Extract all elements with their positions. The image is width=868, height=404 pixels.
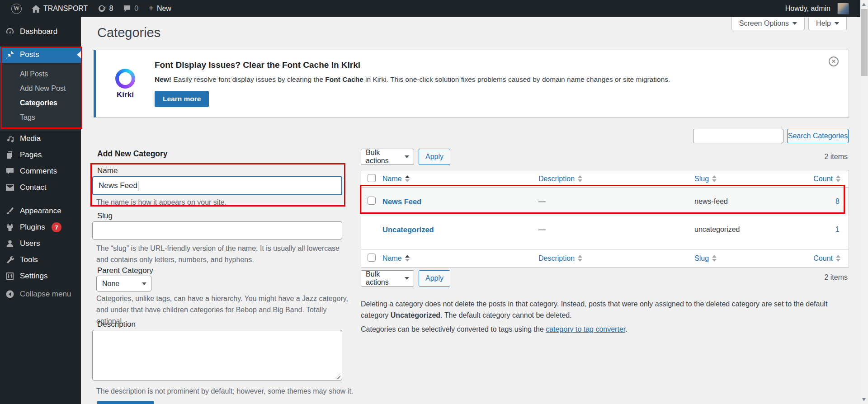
account-menu[interactable]: Howdy, admin bbox=[780, 0, 854, 17]
column-header-slug[interactable]: Slug bbox=[694, 175, 813, 183]
site-name-link[interactable]: TRANSPORT bbox=[27, 0, 93, 17]
bulk-actions-select[interactable]: Bulk actions bbox=[361, 270, 414, 287]
sidebar-item-comments[interactable]: Comments bbox=[0, 163, 81, 179]
apply-button[interactable]: Apply bbox=[419, 149, 450, 165]
kirki-logo-text: Kirki bbox=[117, 90, 134, 99]
name-label: Name bbox=[97, 166, 118, 175]
bulk-actions-value: Bulk actions bbox=[366, 149, 405, 165]
plugins-icon bbox=[5, 223, 14, 232]
search-input[interactable] bbox=[693, 129, 783, 143]
slug-help: The “slug” is the URL-friendly version o… bbox=[96, 243, 350, 265]
sidebar-collapse-menu[interactable]: Collapse menu bbox=[0, 286, 81, 302]
column-label: Name bbox=[382, 254, 402, 263]
description-label: Description bbox=[97, 320, 136, 329]
column-header-count[interactable]: Count bbox=[813, 175, 849, 183]
notice-text-part: Easily resolve font display issues by cl… bbox=[171, 75, 325, 83]
sort-arrows-icon bbox=[405, 175, 410, 182]
kirki-logo: Kirki bbox=[110, 59, 140, 109]
parent-category-select[interactable]: None bbox=[96, 276, 151, 291]
submenu-all-posts[interactable]: All Posts bbox=[0, 67, 81, 81]
sidebar-item-users[interactable]: Users bbox=[0, 235, 81, 252]
category-name-link[interactable]: Uncategorized bbox=[382, 225, 538, 234]
learn-more-button[interactable]: Learn more bbox=[155, 91, 209, 107]
category-count-link[interactable]: 1 bbox=[813, 225, 849, 234]
new-content-button[interactable]: + New bbox=[143, 0, 176, 17]
comments-indicator[interactable]: 0 bbox=[118, 0, 143, 17]
slug-input[interactable] bbox=[92, 221, 342, 240]
category-count-link[interactable]: 8 bbox=[813, 197, 849, 206]
screen-options-button[interactable]: Screen Options bbox=[731, 17, 805, 30]
category-name-link[interactable]: News Feed bbox=[382, 197, 538, 206]
sort-arrows-icon bbox=[836, 175, 840, 182]
sidebar-label: Posts bbox=[20, 50, 39, 59]
sidebar-label: Contact bbox=[20, 183, 47, 192]
mail-icon bbox=[5, 184, 14, 191]
sidebar-label: Collapse menu bbox=[20, 290, 71, 299]
sort-arrows-icon bbox=[578, 175, 582, 182]
wp-logo-button[interactable]: W bbox=[6, 0, 27, 17]
row-checkbox[interactable] bbox=[368, 197, 376, 205]
category-to-tag-converter-link[interactable]: category to tag converter bbox=[546, 325, 625, 333]
sidebar-item-plugins[interactable]: Plugins 7 bbox=[0, 219, 81, 235]
pin-icon bbox=[5, 50, 14, 59]
scroll-up-icon[interactable] bbox=[862, 3, 866, 6]
sidebar-item-appearance[interactable]: Appearance bbox=[0, 203, 81, 219]
column-header-name[interactable]: Name bbox=[382, 175, 538, 183]
name-input[interactable]: News Feed bbox=[92, 176, 342, 195]
column-header-name[interactable]: Name bbox=[382, 254, 538, 263]
updates-indicator[interactable]: 8 bbox=[93, 0, 118, 17]
notice-text-bold: New! bbox=[155, 75, 171, 83]
dashboard-icon bbox=[5, 27, 14, 36]
scroll-down-icon[interactable] bbox=[862, 398, 866, 401]
column-label: Description bbox=[538, 254, 575, 263]
kirki-logo-icon bbox=[115, 69, 135, 89]
settings-icon bbox=[5, 272, 14, 281]
notice-text: New! Easily resolve font display issues … bbox=[155, 75, 837, 84]
submenu-add-new-post[interactable]: Add New Post bbox=[0, 81, 81, 96]
sidebar-item-tools[interactable]: Tools bbox=[0, 252, 81, 268]
sidebar-label: Comments bbox=[20, 167, 57, 176]
notice-title: Font Display Issues? Clear the Font Cach… bbox=[155, 60, 837, 70]
resize-grip-icon[interactable] bbox=[335, 373, 340, 379]
description-textarea[interactable] bbox=[92, 330, 342, 381]
bulk-actions-value: Bulk actions bbox=[366, 270, 405, 287]
sort-arrows-icon bbox=[578, 255, 582, 262]
select-all-checkbox[interactable] bbox=[368, 174, 376, 182]
add-category-submit-button[interactable] bbox=[97, 401, 154, 404]
sidebar-item-settings[interactable]: Settings bbox=[0, 268, 81, 284]
column-header-slug[interactable]: Slug bbox=[694, 254, 813, 263]
column-header-description[interactable]: Description bbox=[538, 175, 694, 183]
text-cursor bbox=[138, 181, 139, 191]
sort-arrows-icon bbox=[836, 255, 840, 262]
window-scrollbar[interactable] bbox=[860, 0, 868, 404]
submenu-tags[interactable]: Tags bbox=[0, 110, 81, 125]
bulk-actions-select[interactable]: Bulk actions bbox=[361, 149, 414, 165]
site-name-label: TRANSPORT bbox=[43, 5, 88, 13]
sidebar-item-media[interactable]: Media bbox=[0, 131, 81, 147]
screen-options-label: Screen Options bbox=[739, 19, 789, 28]
sidebar-label: Plugins bbox=[20, 223, 45, 232]
sidebar-separator bbox=[0, 196, 81, 203]
column-header-description[interactable]: Description bbox=[538, 254, 694, 263]
description-help: The description is not prominent by defa… bbox=[96, 385, 353, 397]
footer-checkbox-cell bbox=[361, 254, 382, 263]
sidebar-item-posts[interactable]: Posts bbox=[0, 47, 81, 63]
column-label: Count bbox=[813, 175, 833, 183]
sidebar-item-pages[interactable]: Pages bbox=[0, 147, 81, 163]
name-input-value: News Feed bbox=[99, 181, 137, 190]
sidebar-label: Appearance bbox=[20, 207, 61, 216]
category-description: — bbox=[538, 225, 694, 234]
media-icon bbox=[5, 134, 14, 143]
column-header-count[interactable]: Count bbox=[813, 254, 849, 263]
help-button[interactable]: Help bbox=[808, 17, 847, 30]
scrollbar-thumb[interactable] bbox=[861, 9, 868, 76]
sidebar-item-contact[interactable]: Contact bbox=[0, 179, 81, 196]
header-checkbox-cell bbox=[361, 174, 382, 184]
select-all-checkbox[interactable] bbox=[368, 254, 376, 262]
add-category-heading: Add New Category bbox=[97, 149, 168, 159]
search-categories-button[interactable]: Search Categories bbox=[787, 129, 849, 143]
submenu-categories[interactable]: Categories bbox=[0, 96, 81, 110]
close-icon[interactable]: ✕ bbox=[829, 56, 839, 66]
apply-button[interactable]: Apply bbox=[419, 270, 450, 287]
sidebar-item-dashboard[interactable]: Dashboard bbox=[0, 23, 81, 40]
